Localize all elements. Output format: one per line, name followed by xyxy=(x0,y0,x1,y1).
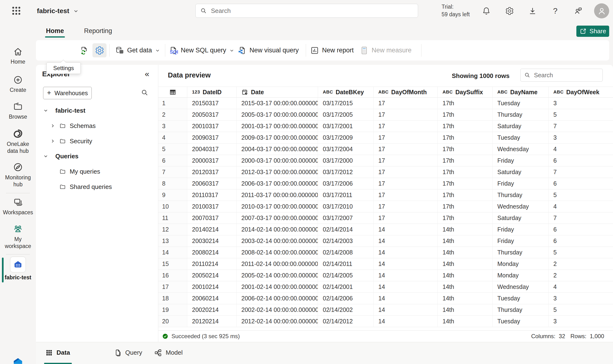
table-cell: 20120317 xyxy=(187,167,237,178)
global-search xyxy=(195,4,418,18)
table-cell: 20150317 xyxy=(187,98,237,109)
toolbar-divider xyxy=(110,44,110,57)
table-cell: 17th xyxy=(438,212,493,224)
view-tab-model[interactable]: Model xyxy=(154,342,183,363)
row-number-cell: 18 xyxy=(158,293,187,304)
chevron-right-icon[interactable] xyxy=(50,123,56,129)
notifications-bell-icon[interactable] xyxy=(482,7,491,15)
collapse-explorer-icon[interactable]: « xyxy=(142,69,152,78)
tree-item-my-queries[interactable]: My queries xyxy=(36,166,158,177)
table-cell: 6 xyxy=(549,155,613,166)
refresh-icon xyxy=(80,46,89,55)
table-cell: 02/14/2012 xyxy=(318,316,374,327)
text-type-badge: ABC xyxy=(553,90,564,95)
table-cell: 2006-03-17 00:00:00.000000 xyxy=(237,178,318,189)
chevron-down-icon[interactable] xyxy=(43,108,49,113)
feedback-icon[interactable] xyxy=(574,7,583,15)
workspace-icon xyxy=(10,257,26,273)
table-cell: 03/17/2009 xyxy=(318,132,374,143)
tab-home[interactable]: Home xyxy=(36,22,74,40)
nav-my-workspace[interactable]: My workspace xyxy=(0,224,36,250)
table-row: 20201202142012-02-14 00:00:00.00000002/1… xyxy=(158,316,613,327)
table-cell: 14 xyxy=(374,235,438,247)
new-measure-button[interactable]: New measure xyxy=(360,40,412,61)
table-settings-button[interactable] xyxy=(92,43,107,57)
tree-item-shared-queries[interactable]: Shared queries xyxy=(36,181,158,193)
table-cell: Thursday xyxy=(493,304,549,315)
chevron-down-icon[interactable] xyxy=(43,153,49,159)
nav-browse[interactable]: Browse xyxy=(0,102,36,120)
nav-monitoring-hub[interactable]: Monitoring hub xyxy=(0,162,36,188)
table-cell: 14 xyxy=(374,270,438,281)
new-visual-query-button[interactable]: New visual query xyxy=(237,40,299,61)
table-stats: Columns: 32 Rows: 1,000 xyxy=(531,333,613,340)
table-cell: 17th xyxy=(438,143,493,155)
settings-gear-icon[interactable] xyxy=(505,7,514,15)
refresh-state-button[interactable] xyxy=(80,40,89,61)
folder-icon xyxy=(59,168,66,175)
get-data-button[interactable]: Get data xyxy=(115,40,160,61)
column-header-index[interactable] xyxy=(158,87,187,97)
table-body: 1201503172015-03-17 00:00:00.00000003/17… xyxy=(158,98,613,327)
new-sql-query-button[interactable]: SQL New SQL query xyxy=(169,40,235,61)
text-type-badge: ABC xyxy=(378,90,389,95)
tree-item-schemas[interactable]: Schemas xyxy=(36,120,158,131)
svg-text:SQL: SQL xyxy=(170,49,178,54)
column-header-dateid[interactable]: 123 DateID xyxy=(187,87,237,97)
table-cell: Tuesday xyxy=(493,98,549,109)
settings-gear-icon xyxy=(95,46,104,55)
workspace-switcher[interactable]: fabric-test xyxy=(37,0,79,22)
view-tab-query[interactable]: Query xyxy=(114,342,142,363)
folder-icon xyxy=(59,184,66,190)
search-input[interactable] xyxy=(210,7,414,15)
help-icon[interactable]: ? xyxy=(551,7,560,15)
table-row: 9201103172011-03-17 00:00:00.00000003/17… xyxy=(158,189,613,201)
column-header-daysuffix[interactable]: ABC DaySuffix xyxy=(438,87,493,97)
table-cell: 17 xyxy=(374,167,438,178)
tree-item-queries[interactable]: Queries xyxy=(36,150,158,162)
table-cell: 14 xyxy=(374,316,438,327)
table-search-input[interactable] xyxy=(533,72,612,79)
explorer-search-icon[interactable] xyxy=(140,89,149,97)
account-avatar[interactable] xyxy=(594,3,609,18)
table-cell: 02/14/2006 xyxy=(318,293,374,304)
nav-onelake-data-hub[interactable]: OneLake data hub xyxy=(0,129,36,155)
table-cell: 2 xyxy=(549,270,613,281)
column-header-datebkey[interactable]: ABC DateBKey xyxy=(318,87,374,97)
tree-item-security[interactable]: Security xyxy=(36,135,158,147)
row-number-cell: 16 xyxy=(158,270,187,281)
column-header-date[interactable]: Date xyxy=(237,87,318,97)
table-cell: 2010-03-17 00:00:00.000000 xyxy=(237,201,318,212)
rail-divider xyxy=(6,193,30,193)
nav-home[interactable]: Home xyxy=(0,47,36,65)
row-number-cell: 9 xyxy=(158,189,187,201)
tree-item-warehouse-root[interactable]: fabric-test xyxy=(36,105,158,116)
column-header-dayofmonth[interactable]: ABC DayOfMonth xyxy=(374,87,438,97)
table-cell: 17th xyxy=(438,120,493,132)
table-cell: 14th xyxy=(438,316,493,327)
share-button[interactable]: Share xyxy=(576,26,609,37)
nav-workspaces[interactable]: Workspaces xyxy=(0,197,36,216)
add-warehouses-button[interactable]: + Warehouses xyxy=(43,87,92,99)
table-cell: Wednesday xyxy=(493,201,549,212)
nav-data-warehouse[interactable]: Data Warehouse xyxy=(0,356,36,364)
column-header-dayofweek[interactable]: ABC DayOfWeek xyxy=(549,87,613,97)
ribbon-tabs: Home Reporting xyxy=(36,22,122,40)
table-cell: 20100317 xyxy=(187,201,237,212)
column-header-dayname[interactable]: ABC DayName xyxy=(493,87,549,97)
new-report-button[interactable]: New report xyxy=(310,40,354,61)
view-tab-data[interactable]: Data xyxy=(45,342,70,363)
nav-workspace-fabric-test[interactable]: fabric-test xyxy=(0,257,36,281)
table-cell: Monday xyxy=(493,270,549,281)
download-icon[interactable] xyxy=(528,7,537,15)
tab-reporting[interactable]: Reporting xyxy=(74,22,122,40)
table-row: 8200603172006-03-17 00:00:00.00000003/17… xyxy=(158,178,613,189)
chevron-right-icon[interactable] xyxy=(50,138,56,144)
table-cell: 20070317 xyxy=(187,212,237,224)
rail-divider xyxy=(6,254,30,254)
nav-create[interactable]: Create xyxy=(0,75,36,93)
table-cell: 2005-02-14 00:00:00.000000 xyxy=(237,270,318,281)
table-cell: 02/14/2005 xyxy=(318,270,374,281)
explorer-panel: Explorer « + Warehouses fabric-test Sche… xyxy=(36,65,158,342)
app-launcher-icon[interactable] xyxy=(11,5,22,16)
